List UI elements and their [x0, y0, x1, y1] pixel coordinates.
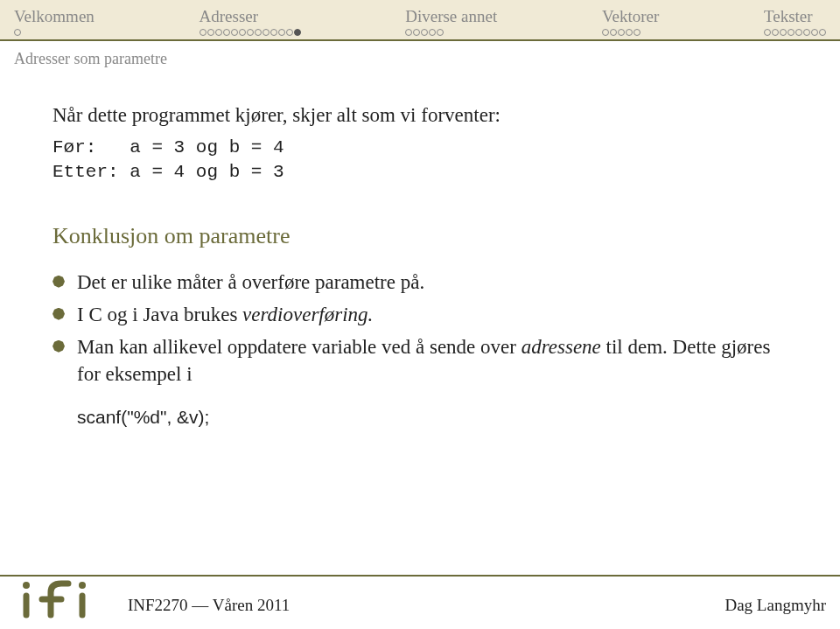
- section-title: Konklusjon om parametre: [52, 220, 788, 251]
- slide-content: Når dette programmet kjører, skjer alt s…: [0, 84, 840, 447]
- progress-dot[interactable]: [811, 29, 818, 36]
- bullet-3-text-a: Man kan allikevel oppdatere variable ved…: [77, 336, 522, 358]
- ifi-logo-icon: [14, 577, 119, 619]
- nav-item-1[interactable]: Adresser: [200, 7, 301, 36]
- progress-dot[interactable]: [626, 29, 633, 36]
- progress-dot[interactable]: [780, 29, 787, 36]
- subheader: Adresser som parametre: [0, 41, 840, 84]
- progress-dot[interactable]: [610, 29, 617, 36]
- progress-dot[interactable]: [239, 29, 246, 36]
- progress-dot[interactable]: [437, 29, 444, 36]
- nav-item-0[interactable]: Velkommen: [14, 7, 94, 36]
- footer: INF2270 — Våren 2011 Dag Langmyhr: [0, 575, 840, 629]
- nav-item-4[interactable]: Tekster: [764, 7, 826, 36]
- progress-dot[interactable]: [14, 29, 21, 36]
- progress-dot[interactable]: [215, 29, 222, 36]
- bullet-item-3: Man kan allikevel oppdatere variable ved…: [52, 333, 788, 388]
- progress-dot[interactable]: [413, 29, 420, 36]
- progress-dot[interactable]: [262, 29, 270, 36]
- progress-dot[interactable]: [294, 29, 301, 36]
- progress-dot[interactable]: [421, 29, 428, 36]
- nav-sections: VelkommenAdresserDiverse annetVektorerTe…: [14, 7, 826, 36]
- nav-progress-dots: [14, 29, 94, 36]
- progress-dot[interactable]: [634, 29, 640, 36]
- bullet-item-1: Det er ulike måter å overføre parametre …: [52, 269, 788, 296]
- footer-course: INF2270 — Våren 2011: [128, 596, 290, 619]
- progress-dot[interactable]: [602, 29, 609, 36]
- progress-dot[interactable]: [200, 29, 206, 36]
- progress-dot[interactable]: [270, 29, 277, 36]
- bullet-2-italic: verdioverføring.: [242, 304, 373, 325]
- nav-label: Tekster: [764, 7, 826, 27]
- bullet-item-2: I C og i Java brukes verdioverføring.: [52, 301, 788, 328]
- bullet-2-text: I C og i Java brukes: [77, 304, 242, 325]
- progress-dot[interactable]: [819, 29, 826, 36]
- scanf-code: scanf("%d", &v);: [52, 405, 788, 430]
- bullet-3-italic: adressene: [522, 336, 601, 358]
- svg-point-0: [23, 582, 30, 589]
- progress-dot[interactable]: [429, 29, 436, 36]
- nav-item-3[interactable]: Vektorer: [602, 7, 659, 36]
- nav-label: Vektorer: [602, 7, 659, 27]
- nav-progress-dots: [602, 29, 659, 36]
- progress-dot[interactable]: [255, 29, 262, 36]
- code-line-2: Etter: a = 4 og b = 3: [52, 162, 284, 182]
- progress-dot[interactable]: [207, 29, 214, 36]
- nav-label: Diverse annet: [405, 7, 497, 27]
- footer-author: Dag Langmyhr: [724, 596, 826, 619]
- code-line-1: Før: a = 3 og b = 4: [52, 137, 284, 157]
- progress-dot[interactable]: [764, 29, 771, 36]
- progress-dot[interactable]: [286, 29, 293, 36]
- progress-dot[interactable]: [618, 29, 625, 36]
- intro-text: Når dette programmet kjører, skjer alt s…: [52, 101, 788, 129]
- progress-dot[interactable]: [803, 29, 810, 36]
- progress-dot[interactable]: [247, 29, 254, 36]
- nav-progress-dots: [764, 29, 826, 36]
- nav-progress-dots: [200, 29, 301, 36]
- progress-dot[interactable]: [795, 29, 802, 36]
- progress-dot[interactable]: [405, 29, 412, 36]
- nav-label: Velkommen: [14, 7, 94, 27]
- progress-dot[interactable]: [278, 29, 285, 36]
- code-output: Før: a = 3 og b = 4 Etter: a = 4 og b = …: [52, 136, 788, 185]
- svg-point-3: [79, 582, 86, 589]
- nav-item-2[interactable]: Diverse annet: [405, 7, 497, 36]
- progress-dot[interactable]: [231, 29, 238, 36]
- progress-dot[interactable]: [788, 29, 794, 36]
- nav-progress-dots: [405, 29, 497, 36]
- progress-dot[interactable]: [223, 29, 230, 36]
- header-bar: VelkommenAdresserDiverse annetVektorerTe…: [0, 0, 840, 39]
- nav-label: Adresser: [200, 7, 301, 27]
- progress-dot[interactable]: [772, 29, 779, 36]
- bullet-list: Det er ulike måter å overføre parametre …: [52, 269, 788, 388]
